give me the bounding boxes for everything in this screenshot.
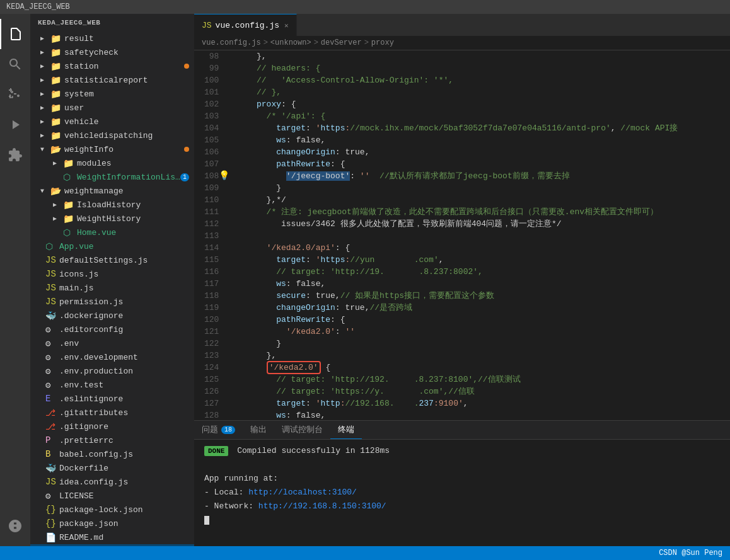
sidebar-item-idea.config.js[interactable]: JSidea.config.js — [30, 475, 194, 489]
terminal-local: - Local: http://localhost:3100/ — [204, 486, 720, 499]
sidebar-item-station[interactable]: ▶📁station — [30, 59, 194, 73]
code-line-121[interactable]: '/keda2.0': '' — [231, 326, 725, 338]
line-number: 125 — [204, 374, 219, 386]
code-line-103[interactable]: /* '/api': { — [231, 110, 725, 122]
code-line-127[interactable]: target: 'http://192.168. .237:9100', — [231, 397, 725, 409]
sidebar-item-package.json[interactable]: {}package.json — [30, 517, 194, 530]
sidebar-item-babel.config.js[interactable]: Bbabel.config.js — [30, 447, 194, 461]
line-number: 98 — [204, 50, 219, 62]
code-line-111[interactable]: /* 注意: jeecgboot前端做了改造，此处不需要配置跨域和后台接口（只需… — [231, 206, 725, 218]
sidebar-item-.env.production[interactable]: ⚙.env.production — [30, 364, 194, 378]
sidebar-item-.env.development[interactable]: ⚙.env.development — [30, 350, 194, 364]
arrow-icon: ▶ — [40, 118, 50, 125]
sidebar-item-.dockerignore[interactable]: 🐳.dockerignore — [30, 309, 194, 323]
code-line-110[interactable]: },*/ — [231, 194, 725, 206]
code-line-118[interactable]: secure: true,// 如果是https接口，需要配置这个参数 — [231, 290, 725, 302]
local-url[interactable]: http://localhost:3100/ — [248, 488, 357, 497]
sidebar-item-README.md[interactable]: 📄README.md — [30, 530, 194, 544]
account-icon[interactable] — [0, 511, 30, 541]
code-line-106[interactable]: changeOrigin: true, — [231, 146, 725, 158]
panel-tab-problems[interactable]: 问题18 — [194, 420, 243, 439]
sidebar-item-result[interactable]: ▶📁result — [30, 31, 194, 45]
code-line-122[interactable]: } — [231, 338, 725, 350]
code-line-126[interactable]: // target: 'https://y. .com',//信联 — [231, 386, 725, 397]
panel-tab-debug[interactable]: 调试控制台 — [274, 420, 330, 439]
lightbulb-icon[interactable]: 💡 — [217, 170, 230, 182]
code-line-117[interactable]: ws: false, — [231, 278, 725, 290]
sidebar-item-WeightHistory[interactable]: ▶📁WeightHistory — [30, 212, 194, 226]
code-line-119[interactable]: changeOrigin: true,//是否跨域 — [231, 302, 725, 314]
sidebar-item-Home.vue[interactable]: ⬡Home.vue — [30, 226, 194, 239]
tab-vue-config[interactable]: JSvue.config.js✕ — [194, 14, 297, 36]
code-content[interactable]: 9899100101102103104105106107108109110111… — [194, 50, 730, 420]
code-line-125[interactable]: // target: 'http://192. .8.237:8100',//信… — [231, 374, 725, 386]
tree-item-label: statisticalreport — [64, 76, 194, 85]
line-number: 112 — [204, 218, 219, 230]
code-line-113[interactable] — [231, 230, 725, 242]
code-line-115[interactable]: target: 'https://yun .com', — [231, 254, 725, 266]
source-control-icon[interactable] — [0, 79, 30, 110]
code-line-116[interactable]: // target: 'http://19. .8.237:8002', — [231, 266, 725, 278]
sidebar-item-IsloadHistory[interactable]: ▶📁IsloadHistory — [30, 198, 194, 212]
panel-tab-output[interactable]: 输出 — [243, 420, 274, 439]
sidebar-item-user[interactable]: ▶📁user — [30, 101, 194, 115]
panel-tab-terminal[interactable]: 终端 — [330, 420, 362, 439]
code-line-128[interactable]: ws: false, — [231, 409, 725, 420]
code-line-101[interactable]: // }, — [231, 86, 725, 98]
code-line-112[interactable]: issues/3462 很多人此处做了配置，导致刷新前端404问题，请一定注意*… — [231, 218, 725, 230]
sidebar-item-App.vue[interactable]: ⬡App.vue — [30, 239, 194, 253]
network-url[interactable]: http://192.168.8.150:3100/ — [258, 501, 386, 511]
sidebar-item-vehicledispatching[interactable]: ▶📁vehicledispatching — [30, 129, 194, 142]
sidebar-item-vue.config.js[interactable]: JSvue.config.js — [30, 544, 194, 546]
sidebar-item-safetycheck[interactable]: ▶📁safetycheck — [30, 45, 194, 59]
sidebar-item-defaultSettings.js[interactable]: JSdefaultSettings.js — [30, 253, 194, 267]
sidebar-item-modules[interactable]: ▶📁modules — [30, 156, 194, 170]
code-line-123[interactable]: }, — [231, 350, 725, 362]
sidebar-item-system[interactable]: ▶📁system — [30, 87, 194, 101]
sidebar-item-Dockerfile[interactable]: 🐳Dockerfile — [30, 461, 194, 475]
tree-item-label: .gitignore — [59, 422, 194, 431]
sidebar-item-weightmanage[interactable]: ▼📂weightmanage — [30, 184, 194, 198]
extensions-icon[interactable] — [0, 140, 30, 170]
tree-item-label: Home.vue — [77, 228, 194, 237]
code-line-107[interactable]: pathRewrite: { — [231, 158, 725, 170]
sidebar-item-statisticalreport[interactable]: ▶📁statisticalreport — [30, 73, 194, 87]
sidebar-item-.prettierrc[interactable]: P.prettierrc — [30, 433, 194, 447]
sidebar-item-.editorconfig[interactable]: ⚙.editorconfig — [30, 323, 194, 336]
sidebar-tree[interactable]: ▶📁result▶📁safetycheck▶📁station▶📁statisti… — [30, 31, 194, 546]
tree-item-label: system — [64, 89, 194, 99]
code-line-99[interactable]: // headers: { — [231, 62, 725, 74]
code-line-98[interactable]: }, — [231, 50, 725, 62]
code-line-104[interactable]: target: 'https://mock.ihx.me/mock/5baf30… — [231, 122, 725, 134]
tab-close-button[interactable]: ✕ — [284, 21, 289, 30]
code-line-102[interactable]: proxy: { — [231, 98, 725, 110]
code-line-124[interactable]: '/keda2.0' { — [231, 362, 725, 374]
code-line-108[interactable]: 💡 '/jeecg-boot': '' //默认所有请求都加了jeecg-boo… — [231, 170, 725, 182]
search-icon[interactable] — [0, 49, 30, 79]
breadcrumb-part-3: > — [314, 38, 318, 47]
sidebar-item-.gitattributes[interactable]: ⎇.gitattributes — [30, 406, 194, 420]
sidebar-item-weightInfo[interactable]: ▼📂weightInfo — [30, 142, 194, 156]
sidebar-item-.env[interactable]: ⚙.env — [30, 336, 194, 350]
sidebar-item-icons.js[interactable]: JSicons.js — [30, 267, 194, 281]
sidebar-item-WeightInformationList[interactable]: ⬡WeightInformationList.vue1 — [30, 170, 194, 184]
run-icon[interactable] — [0, 110, 30, 140]
code-line-114[interactable]: '/keda2.0/api': { — [231, 242, 725, 254]
sidebar-item-.gitignore[interactable]: ⎇.gitignore — [30, 420, 194, 433]
sidebar-item-package-lock.json[interactable]: {}package-lock.json — [30, 503, 194, 517]
sidebar-item-.env.test[interactable]: ⚙.env.test — [30, 378, 194, 392]
sidebar-item-main.js[interactable]: JSmain.js — [30, 281, 194, 295]
sidebar-item-.eslintignore[interactable]: E.eslintignore — [30, 392, 194, 406]
explorer-icon[interactable] — [0, 19, 30, 49]
code-line-120[interactable]: pathRewrite: { — [231, 314, 725, 326]
sidebar-item-permission.js[interactable]: JSpermission.js — [30, 295, 194, 309]
docker-icon: 🐳 — [45, 463, 57, 474]
line-number: 127 — [204, 397, 219, 409]
sidebar-item-LICENSE[interactable]: ⚙LICENSE — [30, 489, 194, 503]
tree-item-label: .env.test — [59, 380, 194, 390]
code-line-109[interactable]: } — [231, 182, 725, 194]
line-number: 118 — [204, 290, 219, 302]
code-line-100[interactable]: // 'Access-Control-Allow-Origin': '*', — [231, 74, 725, 86]
code-line-105[interactable]: ws: false, — [231, 134, 725, 146]
sidebar-item-vehicle[interactable]: ▶📁vehicle — [30, 115, 194, 129]
